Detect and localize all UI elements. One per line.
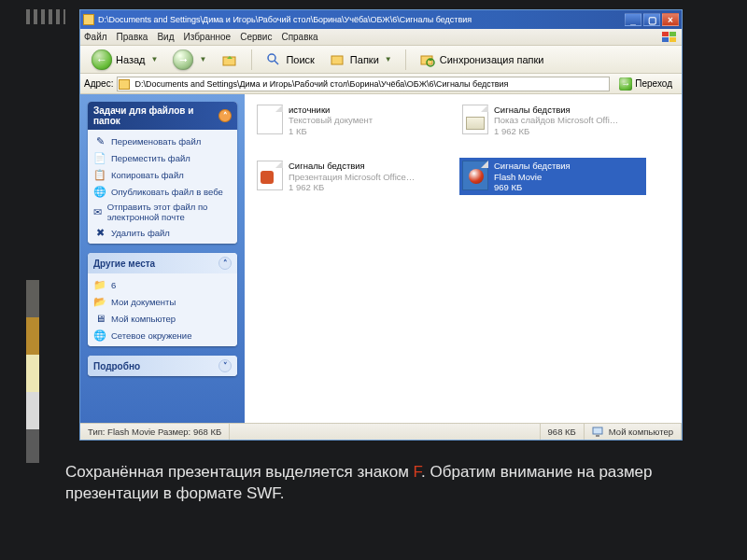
file-type: Показ слайдов Microsoft Offi… [494, 115, 618, 125]
collapse-icon[interactable]: ˄ [218, 109, 232, 122]
file-type: Текстовый документ [289, 115, 373, 125]
place-icon: 📁 [93, 278, 106, 291]
task-item[interactable]: ✉Отправить этот файл по электронной почт… [93, 202, 232, 222]
file-icon [462, 105, 488, 134]
task-icon: 📄 [93, 151, 106, 164]
place-item[interactable]: 📁6 [93, 278, 232, 291]
menu-help[interactable]: Справка [281, 32, 317, 42]
place-icon: 📂 [93, 295, 106, 308]
place-item[interactable]: 📂Мои документы [93, 295, 232, 308]
slide-decor-top [26, 9, 65, 24]
svg-rect-10 [593, 427, 602, 434]
task-label: Отправить этот файл по электронной почте [107, 202, 232, 222]
menu-file[interactable]: Файл [84, 32, 107, 42]
place-item[interactable]: 🌐Сетевое окружение [93, 329, 232, 342]
minimize-button[interactable]: _ [625, 13, 641, 26]
file-icon [257, 161, 283, 190]
menu-view[interactable]: Вид [157, 32, 174, 42]
chevron-down-icon: ▼ [151, 55, 159, 63]
status-bar: Тип: Flash Movie Размер: 968 КБ 968 КБ М… [80, 423, 682, 440]
search-button[interactable]: Поиск [260, 49, 319, 70]
slide-decor-left [26, 280, 39, 463]
menu-tools[interactable]: Сервис [240, 32, 272, 42]
task-icon: 📋 [93, 168, 106, 181]
back-button[interactable]: ← Назад ▼ [86, 48, 163, 72]
task-icon: ✖ [93, 226, 106, 239]
up-button[interactable] [216, 49, 244, 70]
svg-rect-11 [596, 435, 599, 437]
file-tasks-card: Задачи для файлов и папок ˄ ✎Переименова… [88, 102, 237, 244]
file-name: Сигналы бедствия [494, 161, 571, 171]
file-size: 1 КБ [289, 126, 373, 136]
other-places-card: Другие места ˄ 📁6📂Мои документы🖥Мой комп… [88, 253, 237, 346]
task-item[interactable]: 📋Копировать файл [93, 168, 232, 181]
forward-icon: → [173, 49, 193, 70]
task-icon: ✎ [93, 134, 106, 147]
file-name: источники [289, 105, 373, 115]
maximize-button[interactable]: ▢ [643, 13, 660, 26]
close-button[interactable]: × [662, 13, 679, 26]
window-title: D:\Documents and Settings\Дима и Игорь\Р… [98, 15, 625, 24]
flash-letter: F [414, 463, 422, 481]
place-label: Сетевое окружение [111, 330, 191, 341]
expand-icon[interactable]: ˅ [218, 359, 232, 372]
go-icon: → [619, 77, 632, 91]
task-label: Переместить файл [111, 153, 190, 163]
status-size: 968 КБ [541, 424, 585, 440]
folders-icon [330, 51, 346, 68]
file-size: 1 962 КБ [494, 126, 618, 136]
menubar: Файл Правка Вид Избранное Сервис Справка [80, 29, 682, 46]
svg-rect-3 [669, 37, 676, 42]
menu-favorites[interactable]: Избранное [183, 32, 231, 42]
svg-point-5 [268, 54, 275, 62]
chevron-down-icon: ▼ [385, 55, 392, 63]
status-location: Мой компьютер [585, 424, 682, 440]
task-icon: 🌐 [93, 185, 106, 198]
task-item[interactable]: 📄Переместить файл [93, 151, 232, 164]
file-type: Flash Movie [494, 172, 571, 182]
sync-button[interactable]: Синхронизация папки [414, 49, 550, 70]
nav-toolbar: ← Назад ▼ → ▼ Поиск [80, 46, 682, 74]
titlebar[interactable]: D:\Documents and Settings\Дима и Игорь\Р… [80, 10, 682, 29]
svg-rect-1 [669, 32, 676, 36]
forward-button[interactable]: → ▼ [167, 48, 212, 72]
place-item[interactable]: 🖥Мой компьютер [93, 312, 232, 325]
folder-up-icon [221, 51, 238, 68]
task-item[interactable]: ✖Удалить файл [93, 226, 232, 239]
file-list-pane[interactable]: источникиТекстовый документ1 КБСигналы б… [245, 94, 682, 423]
file-icon [462, 161, 488, 190]
place-icon: 🌐 [93, 329, 106, 342]
task-item[interactable]: ✎Переименовать файл [93, 134, 232, 147]
svg-rect-2 [662, 37, 669, 42]
card-title: Подробно [93, 361, 140, 371]
card-header[interactable]: Другие места ˄ [88, 253, 237, 273]
file-item[interactable]: Сигналы бедствияПрезентация Microsoft Of… [254, 158, 441, 195]
go-button[interactable]: → Переход [613, 76, 678, 92]
file-item[interactable]: Сигналы бедствияПоказ слайдов Microsoft … [459, 102, 646, 139]
folders-label: Папки [350, 54, 379, 65]
collapse-icon[interactable]: ˄ [218, 257, 232, 270]
place-label: Мой компьютер [111, 314, 176, 324]
task-label: Удалить файл [111, 228, 170, 238]
svg-rect-0 [662, 32, 669, 36]
file-item[interactable]: Сигналы бедствияFlash Movie969 КБ [459, 158, 646, 195]
address-label: Адрес: [84, 78, 113, 89]
task-label: Опубликовать файл в вебе [111, 187, 223, 197]
search-icon [265, 51, 282, 68]
task-item[interactable]: 🌐Опубликовать файл в вебе [93, 185, 232, 198]
file-item[interactable]: источникиТекстовый документ1 КБ [254, 102, 441, 139]
address-input[interactable] [117, 77, 610, 91]
menu-edit[interactable]: Правка [117, 32, 148, 42]
sync-label: Синхронизация папки [440, 54, 544, 65]
file-name: Сигналы бедствия [494, 105, 618, 115]
task-label: Переименовать файл [111, 136, 201, 147]
search-label: Поиск [286, 54, 314, 65]
svg-line-6 [275, 61, 278, 64]
folders-button[interactable]: Папки ▼ [324, 49, 398, 70]
card-header[interactable]: Задачи для файлов и папок ˄ [88, 102, 237, 130]
separator [405, 49, 406, 70]
folder-icon [83, 14, 94, 25]
card-header[interactable]: Подробно ˅ [88, 356, 237, 376]
task-label: Копировать файл [111, 170, 184, 180]
svg-rect-7 [331, 56, 343, 64]
